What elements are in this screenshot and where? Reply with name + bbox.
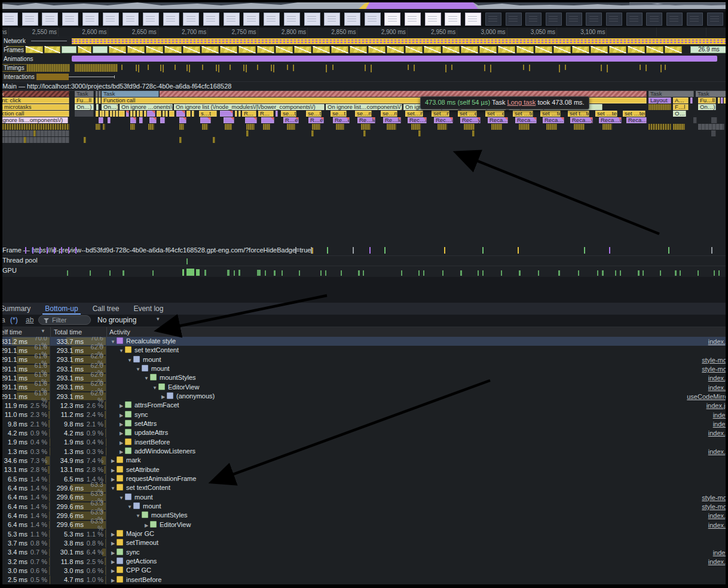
flame-bar[interactable]: On ignore list (\/node_modules\/|\/bower…	[174, 104, 325, 110]
frame-segment[interactable]	[387, 46, 404, 53]
table-row[interactable]: 6.4 ms1.4 %299.6 ms63.3 %▼mountstyle-mod	[0, 502, 728, 511]
network-requests-bar[interactable]	[72, 38, 728, 44]
flame-bar[interactable]	[163, 111, 165, 117]
filmstrip-thumbnail[interactable]	[626, 13, 643, 26]
activity-label[interactable]: setTimeout	[126, 539, 158, 546]
frame-segment[interactable]	[405, 46, 423, 53]
flame-bar[interactable]	[387, 124, 396, 130]
table-row[interactable]: 291.1 ms61.6 %293.1 ms62.0 %▼EditorViewi…	[0, 383, 728, 392]
source-link[interactable]: index.js	[708, 521, 728, 530]
flame-bar[interactable]	[721, 98, 723, 103]
activity-cell[interactable]: ▼mountStylesindex.js	[106, 511, 728, 520]
activity-label[interactable]: set textContent	[134, 346, 179, 354]
frame-segment[interactable]	[350, 46, 367, 53]
filmstrip-thumbnail[interactable]	[405, 13, 421, 26]
filmstrip-thumbnail[interactable]	[304, 13, 320, 26]
filmstrip-thumbnail[interactable]	[566, 13, 582, 26]
activity-label[interactable]: sync	[134, 411, 148, 418]
frame-segment[interactable]	[238, 46, 256, 53]
filmstrip-thumbnail[interactable]	[183, 13, 199, 26]
flame-bar[interactable]: Reca…yle	[626, 117, 647, 123]
flame-bar[interactable]	[574, 124, 585, 130]
table-row[interactable]: 6.4 ms1.4 %299.6 ms63.3 %▼set textConten…	[0, 483, 728, 492]
flame-bar[interactable]	[99, 117, 103, 123]
activity-label[interactable]: set textContent	[126, 484, 170, 491]
flame-bar[interactable]	[276, 111, 278, 117]
flame-bar[interactable]	[649, 104, 671, 110]
grouping-dropdown-icon[interactable]: ▾	[157, 316, 160, 322]
frame-segment[interactable]	[127, 46, 145, 53]
expand-arrow-icon[interactable]: ▶	[118, 420, 125, 429]
flame-bar[interactable]: set …tent	[595, 111, 617, 117]
frame-segment[interactable]	[183, 46, 200, 53]
activity-cell[interactable]: ▼mountstyle-mod	[106, 493, 728, 502]
flame-bar[interactable]: set t…tent	[568, 111, 589, 117]
screenshot-filmstrip[interactable]	[0, 11, 728, 28]
frame-track-header[interactable]: Frame — https://id-preview--bd53fd9d-728…	[0, 246, 728, 256]
source-link[interactable]: index.js	[708, 511, 728, 520]
activity-header[interactable]: Activity	[109, 328, 130, 336]
flame-bar[interactable]	[245, 117, 257, 123]
frame-segment[interactable]	[535, 46, 552, 53]
flame-bar[interactable]	[119, 111, 125, 117]
flame-bar[interactable]: set …tent	[513, 111, 533, 117]
filmstrip-thumbnail[interactable]	[506, 13, 522, 26]
filmstrip-thumbnail[interactable]	[586, 13, 602, 26]
flame-bar[interactable]: A…	[673, 98, 689, 103]
sort-icon[interactable]: ▼	[41, 328, 45, 334]
collapse-arrow-icon[interactable]: ▼	[126, 356, 133, 365]
flame-bar[interactable]	[519, 124, 530, 130]
source-link[interactable]: index.js	[708, 429, 728, 438]
flame-bar[interactable]	[24, 137, 26, 143]
flame-bar[interactable]: On…)	[698, 104, 716, 110]
filmstrip-thumbnail[interactable]	[22, 13, 38, 26]
filmstrip-thumbnail[interactable]	[82, 13, 99, 26]
flame-bar[interactable]: Task	[696, 91, 728, 97]
frame-segment[interactable]	[442, 46, 460, 53]
thread-pool-track[interactable]: Thread pool	[0, 256, 728, 266]
table-row[interactable]: 3.4 ms0.7 %30.1 ms6.4 %▶syncindex.	[0, 548, 728, 557]
frame-segment[interactable]	[44, 46, 60, 53]
table-row[interactable]: 34.6 ms7.3 %34.9 ms7.4 %▶mark	[0, 456, 728, 465]
activity-cell[interactable]: ▶syncindex.	[106, 410, 728, 419]
activity-label[interactable]: setAttribute	[126, 466, 160, 473]
expand-arrow-icon[interactable]: ▶	[109, 539, 117, 548]
flame-bar[interactable]	[472, 130, 475, 136]
flame-bar[interactable]: R…e	[283, 117, 299, 123]
table-row[interactable]: 6.5 ms1.4 %6.5 ms1.4 %▶requestAnimationF…	[0, 474, 728, 483]
flame-bar[interactable]	[718, 98, 720, 103]
flame-bar[interactable]: Rec…le	[434, 117, 453, 123]
flame-bar[interactable]	[126, 111, 129, 117]
filmstrip-thumbnail[interactable]	[344, 13, 360, 26]
source-link[interactable]: index.	[713, 411, 728, 420]
activity-label[interactable]: updateAttrs	[134, 429, 168, 436]
collapse-arrow-icon[interactable]: ▼	[109, 337, 117, 346]
flame-bar[interactable]	[312, 124, 320, 130]
activity-cell[interactable]: ▼mountStylesindex.js	[106, 373, 728, 382]
activity-cell[interactable]: ▼Recalculate styleindex.js	[106, 337, 728, 346]
activity-cell[interactable]: ▶mark	[106, 456, 728, 465]
collapse-arrow-icon[interactable]: ▼	[118, 493, 125, 502]
activity-label[interactable]: setAttrs	[134, 420, 157, 427]
total-time-header[interactable]: Total time	[54, 328, 82, 336]
source-link[interactable]: index.js	[708, 557, 728, 566]
flame-bar[interactable]	[311, 130, 314, 136]
flame-bar[interactable]	[711, 117, 717, 123]
frame-segment[interactable]	[572, 46, 589, 53]
flame-bar[interactable]	[235, 111, 237, 117]
flame-bar[interactable]	[148, 124, 154, 130]
table-row[interactable]: 3.7 ms0.8 %3.8 ms0.8 %▶setTimeout	[0, 538, 728, 547]
activity-cell[interactable]: ▼set textContent	[106, 346, 728, 355]
flame-bar[interactable]	[336, 124, 344, 130]
flame-bar[interactable]	[546, 124, 557, 130]
flame-bar[interactable]	[130, 117, 136, 123]
source-link[interactable]: useCodeMirror	[687, 392, 728, 401]
flame-bar[interactable]	[169, 111, 175, 117]
flame-bar[interactable]: Task	[0, 91, 69, 97]
flame-bar[interactable]: Function call	[0, 111, 69, 117]
filmstrip-thumbnail[interactable]	[224, 13, 240, 26]
flame-bar[interactable]: se…t	[331, 111, 347, 117]
table-row[interactable]: 6.4 ms1.4 %299.6 ms63.3 %▶EditorViewinde…	[0, 520, 728, 529]
frame-segment[interactable]	[646, 46, 663, 53]
flame-bar[interactable]: Fu…ll	[75, 98, 94, 103]
